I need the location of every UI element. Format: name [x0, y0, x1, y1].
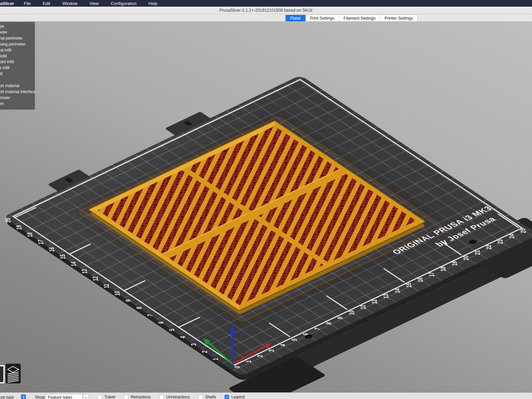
model-center-seam: [181, 167, 330, 266]
menubar: PrusaSlicer FileEditWindowViewConfigurat…: [0, 0, 532, 7]
legend-item-custom: Custom: [0, 101, 34, 107]
checkbox-label: Legend: [231, 395, 245, 399]
sliced-model[interactable]: [89, 121, 425, 310]
legend-item-internal-infill: Internal infill: [0, 48, 34, 54]
tab-filament-settings[interactable]: Filament Settings: [339, 15, 380, 21]
checkbox-label: Travel: [104, 395, 115, 399]
checkbox-travel[interactable]: Travel: [97, 395, 115, 399]
legend-item-external-perimeter: External perimeter: [0, 36, 34, 42]
window-title: PrusaSlicer-2.1.1+-201912101508 based on…: [219, 8, 313, 13]
checked-checkbox-icon[interactable]: ✓: [224, 395, 229, 399]
checkbox-retractions[interactable]: Retractions: [124, 395, 151, 399]
unchecked-checkbox-icon[interactable]: [124, 395, 128, 399]
chevron-down-icon[interactable]: ⌄: [83, 394, 89, 399]
tab-plater[interactable]: Plater: [286, 15, 306, 21]
settings-tabs: PlaterPrint SettingsFilament SettingsPri…: [285, 15, 418, 22]
checkbox-label: Retractions: [131, 395, 151, 399]
checkbox-label: Unretractions: [166, 395, 190, 399]
menu-configuration[interactable]: Configuration: [108, 1, 139, 6]
legend-item-top-solid-infill: Top solid infill: [0, 59, 34, 65]
menu-app-name[interactable]: PrusaSlicer: [0, 1, 14, 6]
unchecked-checkbox-icon[interactable]: [97, 395, 102, 399]
checkbox-shells[interactable]: Shells: [198, 395, 216, 399]
layer-stack-icon: [6, 364, 21, 383]
legend-item-support-material: Support material: [0, 83, 34, 89]
legend-item-perimeter: Perimeter: [0, 30, 34, 36]
tab-print-settings[interactable]: Print Settings: [306, 15, 339, 21]
legend-item-support-material-interface: Support material interface: [0, 89, 34, 95]
settings-tabstrip: PlaterPrint SettingsFilament SettingsPri…: [0, 14, 532, 22]
checkbox-legend[interactable]: ✓Legend: [224, 395, 245, 399]
legend-item-gap-fill: Gap fill: [0, 71, 34, 77]
preview-toolbar: Feature type ▲▼ Show Feature types ⌄ Tra…: [0, 392, 532, 399]
prusaslicer-window: PrusaSlicer FileEditWindowViewConfigurat…: [0, 0, 532, 399]
menu-items: FileEditWindowViewConfigurationHelp: [21, 1, 167, 6]
legend-items: PerimeterExternal perimeterOverhang peri…: [0, 30, 34, 107]
unchecked-checkbox-icon[interactable]: [159, 395, 164, 399]
tab-printer-settings[interactable]: Printer Settings: [380, 15, 417, 21]
menu-window[interactable]: Window: [59, 1, 80, 6]
menu-view[interactable]: View: [86, 1, 102, 6]
legend-item-bridge-infill: Bridge infill: [0, 65, 34, 71]
model-plane: [2, 72, 532, 373]
legend-item-overhang-perimeter: Overhang perimeter: [0, 42, 34, 48]
show-label: Show: [35, 395, 45, 399]
menu-help[interactable]: Help: [145, 1, 160, 6]
menu-file[interactable]: File: [21, 1, 34, 6]
show-checkboxes: TravelRetractionsUnretractionsShells✓Leg…: [97, 395, 245, 399]
3d-viewport[interactable]: 0123456789101112131415161718192021222324…: [0, 21, 532, 392]
up-down-chevrons-icon: ▲▼: [21, 394, 26, 399]
window-titlebar: PrusaSlicer-2.1.1+-201912101508 based on…: [0, 7, 532, 14]
layers-view-button[interactable]: [5, 363, 21, 384]
legend-panel: Feature type PerimeterExternal perimeter…: [0, 22, 35, 109]
feature-types-combo-value: Feature types: [48, 395, 72, 399]
legend-item-wipe-tower: Wipe tower: [0, 95, 34, 101]
view-type-popup[interactable]: Feature type ▲▼: [0, 394, 26, 399]
legend-item-solid-infill: Solid infill: [0, 54, 34, 60]
view-type-value: Feature type: [0, 395, 14, 399]
legend-header: Feature type: [0, 24, 34, 30]
partial-view-icon[interactable]: [0, 365, 5, 384]
feature-types-combo[interactable]: Feature types: [46, 394, 83, 399]
checkbox-label: Shells: [205, 395, 216, 399]
legend-item-skirt: Skirt: [0, 77, 34, 83]
menu-edit[interactable]: Edit: [40, 1, 53, 6]
checkbox-unretractions[interactable]: Unretractions: [159, 395, 190, 399]
unchecked-checkbox-icon[interactable]: [198, 395, 203, 399]
